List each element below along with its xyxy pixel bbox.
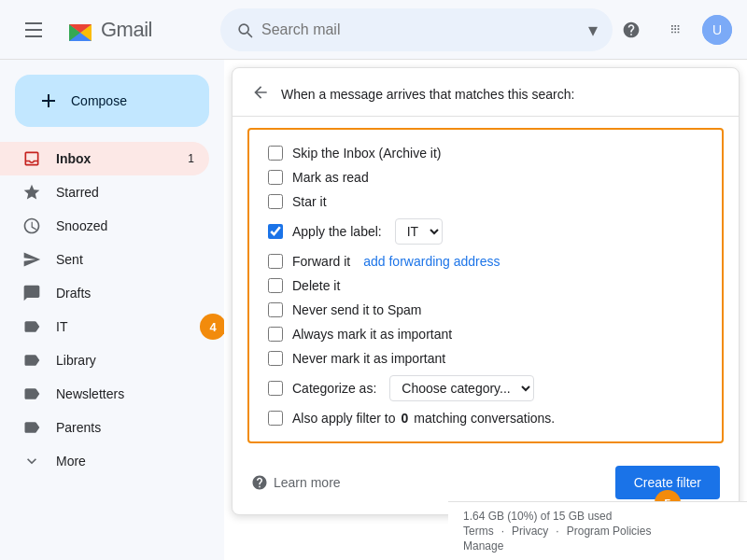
menu-button[interactable]	[15, 11, 52, 49]
footer-links: Terms · Privacy · Program Policies	[463, 525, 732, 538]
create-filter-button[interactable]: Create filter 5	[615, 466, 720, 499]
search-icon	[235, 21, 254, 39]
sidebar-item-label: More	[56, 454, 86, 469]
sidebar-item-more[interactable]: More	[0, 444, 209, 478]
delete-it-checkbox[interactable]	[268, 278, 283, 293]
skip-inbox-checkbox[interactable]	[268, 146, 283, 161]
filter-row-apply-label: Apply the label: IT	[268, 214, 703, 249]
also-apply-count: 0	[402, 411, 409, 426]
hamburger-icon	[25, 22, 42, 37]
search-bar: ▾	[220, 8, 613, 51]
sidebar-item-label: Drafts	[56, 286, 91, 301]
star-it-checkbox[interactable]	[268, 194, 283, 209]
filter-dialog: When a message arrives that matches this…	[232, 67, 740, 515]
storage-text: 1.64 GB (10%) of 15 GB used	[463, 510, 732, 523]
delete-it-label[interactable]: Delete it	[292, 278, 340, 293]
sidebar-item-starred[interactable]: Starred	[0, 175, 209, 209]
search-dropdown-icon[interactable]: ▾	[588, 19, 598, 41]
categorize-label[interactable]: Categorize as:	[292, 381, 376, 396]
back-button[interactable]	[251, 83, 270, 105]
star-it-label[interactable]: Star it	[292, 194, 327, 209]
sidebar-item-label: Starred	[56, 185, 99, 200]
drafts-icon	[22, 284, 41, 302]
snoozed-icon	[22, 217, 41, 235]
filter-row-star: Star it	[268, 189, 703, 214]
help-icon	[622, 21, 641, 39]
layout: Compose Inbox 1 Starred	[0, 60, 747, 560]
learn-more-text: Learn more	[274, 475, 341, 490]
never-spam-checkbox[interactable]	[268, 302, 283, 317]
mark-read-checkbox[interactable]	[268, 170, 283, 185]
filter-title: When a message arrives that matches this…	[281, 87, 574, 102]
footer-separator: ·	[501, 525, 504, 538]
create-filter-label: Create filter	[634, 475, 701, 490]
program-policies-link[interactable]: Program Policies	[567, 525, 652, 538]
sidebar-item-snoozed[interactable]: Snoozed	[0, 209, 209, 243]
skip-inbox-label[interactable]: Skip the Inbox (Archive it)	[292, 146, 442, 161]
help-button[interactable]	[613, 11, 650, 49]
main-content: When a message arrives that matches this…	[224, 60, 747, 560]
learn-more-link[interactable]: Learn more	[251, 474, 341, 491]
sidebar-item-newsletters[interactable]: Newsletters	[0, 377, 209, 411]
inbox-badge: 1	[188, 152, 194, 165]
manage-link[interactable]: Manage	[463, 539, 732, 553]
also-apply-checkbox[interactable]	[268, 411, 283, 426]
filter-header: When a message arrives that matches this…	[233, 68, 739, 117]
terms-link[interactable]: Terms	[463, 525, 494, 538]
always-important-checkbox[interactable]	[268, 327, 283, 342]
privacy-link[interactable]: Privacy	[512, 525, 548, 538]
star-icon	[22, 183, 41, 202]
apps-button[interactable]	[657, 11, 695, 49]
avatar[interactable]	[702, 15, 732, 45]
forward-it-label[interactable]: Forward it	[292, 254, 350, 269]
gmail-m-icon	[63, 13, 97, 47]
filter-row-always-important: Always mark it as important	[268, 322, 703, 346]
never-spam-label[interactable]: Never send it to Spam	[292, 302, 422, 317]
categorize-checkbox[interactable]	[268, 381, 283, 396]
step4-badge: 4	[200, 314, 224, 340]
filter-row-mark-read: Mark as read	[268, 165, 703, 189]
sidebar-item-sent[interactable]: Sent	[0, 243, 209, 276]
filter-row-never-important: Never mark it as important	[268, 346, 703, 371]
sidebar-item-drafts[interactable]: Drafts	[0, 276, 209, 310]
sidebar-item-label: IT	[56, 319, 67, 334]
sidebar-item-library[interactable]: Library	[0, 343, 209, 377]
gmail-logo: Gmail	[63, 13, 152, 47]
apply-label-label[interactable]: Apply the label:	[292, 224, 382, 239]
label-icon	[22, 317, 41, 336]
always-important-label[interactable]: Always mark it as important	[292, 327, 452, 342]
apply-label-checkbox[interactable]	[268, 224, 283, 239]
header: Gmail ▾	[0, 0, 747, 60]
compose-button[interactable]: Compose	[15, 75, 209, 127]
apps-icon	[667, 21, 685, 39]
label-icon	[22, 418, 41, 437]
sidebar-item-label: Parents	[56, 420, 101, 435]
never-important-checkbox[interactable]	[268, 351, 283, 366]
search-input[interactable]	[261, 21, 581, 38]
also-apply-label[interactable]: Also apply filter to 0 matching conversa…	[292, 411, 555, 426]
categorize-select[interactable]: Choose category...	[389, 375, 534, 401]
sidebar-item-it[interactable]: IT 4	[0, 310, 209, 343]
add-forwarding-link[interactable]: add forwarding address	[363, 254, 500, 269]
mark-read-label[interactable]: Mark as read	[292, 170, 369, 185]
filter-row-delete: Delete it	[268, 273, 703, 298]
sidebar-item-parents[interactable]: Parents	[0, 411, 209, 444]
header-right	[613, 11, 732, 49]
forward-it-checkbox[interactable]	[268, 254, 283, 269]
sidebar-item-label: Library	[56, 353, 96, 368]
sidebar-item-label: Snoozed	[56, 218, 107, 233]
label-select[interactable]: IT	[395, 218, 443, 245]
sidebar: Compose Inbox 1 Starred	[0, 60, 224, 560]
footer: 1.64 GB (10%) of 15 GB used Terms · Priv…	[448, 501, 747, 560]
header-left: Gmail	[15, 11, 220, 49]
sidebar-item-label: Newsletters	[56, 386, 124, 401]
never-important-label[interactable]: Never mark it as important	[292, 351, 445, 366]
filter-row-forward: Forward it add forwarding address	[268, 249, 703, 273]
chevron-down-icon	[22, 452, 41, 470]
sidebar-item-inbox[interactable]: Inbox 1	[0, 142, 209, 175]
filter-row-never-spam: Never send it to Spam	[268, 298, 703, 322]
sent-icon	[22, 250, 41, 269]
inbox-icon	[22, 149, 41, 168]
sidebar-item-label: Sent	[56, 252, 83, 267]
filter-row-skip-inbox: Skip the Inbox (Archive it)	[268, 141, 703, 165]
